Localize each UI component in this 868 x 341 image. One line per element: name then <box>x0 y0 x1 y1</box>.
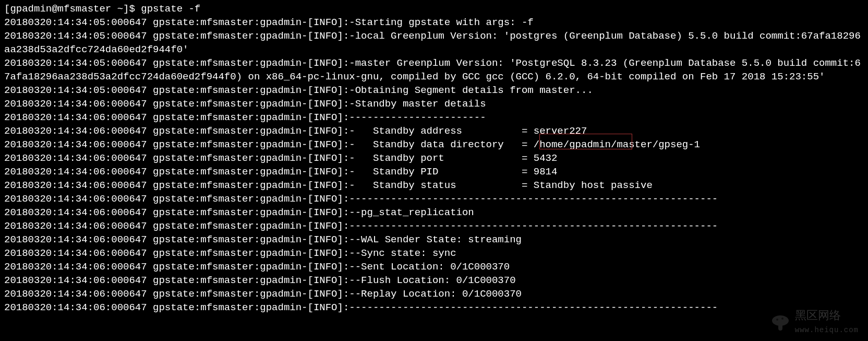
terminal-output: [gpadmin@mfsmaster ~]$ gpstate -f2018032… <box>0 0 868 316</box>
svg-point-2 <box>776 319 778 321</box>
log-line: 20180320:14:34:06:000647 gpstate:mfsmast… <box>4 206 864 219</box>
log-line: 20180320:14:34:05:000647 gpstate:mfsmast… <box>4 29 864 43</box>
log-line: 20180320:14:34:06:000647 gpstate:mfsmast… <box>4 165 864 179</box>
log-line: 20180320:14:34:06:000647 gpstate:mfsmast… <box>4 301 864 314</box>
svg-rect-1 <box>778 322 782 331</box>
log-line: 20180320:14:34:06:000647 gpstate:mfsmast… <box>4 151 864 165</box>
log-line: 7afa18296aa238d53a2dfcc724da60ed2f944f0)… <box>4 70 864 84</box>
log-line: 20180320:14:34:06:000647 gpstate:mfsmast… <box>4 179 864 192</box>
svg-point-0 <box>772 315 789 326</box>
log-line: 20180320:14:34:06:000647 gpstate:mfsmast… <box>4 138 864 151</box>
log-line: 20180320:14:34:06:000647 gpstate:mfsmast… <box>4 111 864 124</box>
log-line: 20180320:14:34:06:000647 gpstate:mfsmast… <box>4 233 864 246</box>
log-line: 20180320:14:34:05:000647 gpstate:mfsmast… <box>4 56 864 70</box>
log-line: 20180320:14:34:06:000647 gpstate:mfsmast… <box>4 192 864 206</box>
watermark-url: www.heiqu.com <box>795 323 859 337</box>
log-line: 20180320:14:34:06:000647 gpstate:mfsmast… <box>4 97 864 111</box>
log-line: 20180320:14:34:06:000647 gpstate:mfsmast… <box>4 287 864 301</box>
log-line: 20180320:14:34:05:000647 gpstate:mfsmast… <box>4 84 864 97</box>
log-line: aa238d53a2dfcc724da60ed2f944f0' <box>4 43 864 56</box>
log-line: 20180320:14:34:06:000647 gpstate:mfsmast… <box>4 274 864 287</box>
svg-point-3 <box>781 318 783 320</box>
log-line: 20180320:14:34:05:000647 gpstate:mfsmast… <box>4 16 864 29</box>
shell-prompt[interactable]: [gpadmin@mfsmaster ~]$ gpstate -f <box>4 2 864 16</box>
log-line: 20180320:14:34:06:000647 gpstate:mfsmast… <box>4 260 864 274</box>
log-line: 20180320:14:34:06:000647 gpstate:mfsmast… <box>4 124 864 138</box>
log-line: 20180320:14:34:06:000647 gpstate:mfsmast… <box>4 246 864 260</box>
log-line: 20180320:14:34:06:000647 gpstate:mfsmast… <box>4 219 864 233</box>
